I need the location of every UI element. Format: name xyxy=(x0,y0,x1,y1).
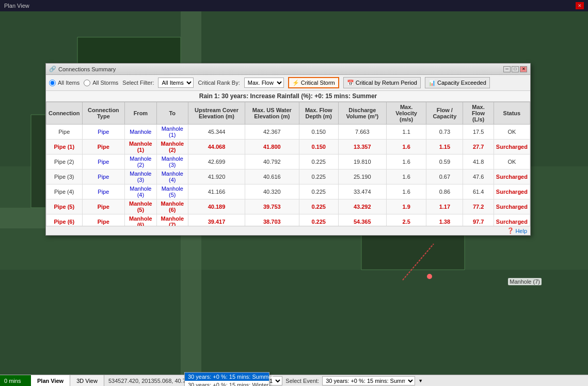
table-row[interactable]: Pipe (3)PipeManhole (3)Manhole (4)41.920… xyxy=(46,169,530,184)
table-cell: 54.365 xyxy=(338,214,386,226)
col-discharge-vol: Discharge Volume (m³) xyxy=(338,102,386,125)
col-us-cover: Upstream Cover Elevation (m) xyxy=(188,102,245,125)
table-cell: 1.17 xyxy=(426,199,463,214)
table-cell: Pipe xyxy=(82,125,125,140)
table-cell: 0.225 xyxy=(299,214,338,226)
col-max-flow-depth: Max. Flow Depth (m) xyxy=(299,102,338,125)
critical-storm-button[interactable]: ⚡ Critical Storm xyxy=(288,77,339,88)
table-cell: 25.190 xyxy=(338,169,386,184)
col-to: To xyxy=(156,102,188,125)
col-max-flow: Max. Flow (L/s) xyxy=(463,102,494,125)
table-row[interactable]: PipePipeManholeManhole (1)45.34442.3670.… xyxy=(46,125,530,140)
toolbar: All Items All Storms Select Filter: All … xyxy=(46,75,530,91)
svg-point-11 xyxy=(427,274,432,279)
critical-return-period-button[interactable]: 📅 Critical by Return Period xyxy=(343,77,421,88)
chart-icon: 📊 xyxy=(428,80,436,86)
table-cell: OK xyxy=(494,155,530,169)
conn-window-title: Connections Summary xyxy=(58,66,116,72)
title-bar: Plan View ✕ xyxy=(0,0,588,11)
capacity-exceeded-button[interactable]: 📊 Capacity Exceeded xyxy=(425,77,490,88)
conn-titlebar-left: 🔗 Connections Summary xyxy=(49,66,116,72)
table-cell: 97.7 xyxy=(463,214,494,226)
table-cell: Manhole (6) xyxy=(125,214,156,226)
table-cell: 17.5 xyxy=(463,125,494,140)
table-cell: Surcharged xyxy=(494,140,530,155)
col-status: Status xyxy=(494,102,530,125)
table-cell: Pipe xyxy=(46,125,83,140)
close-window-button[interactable]: ✕ xyxy=(576,2,584,9)
calendar-icon: 📅 xyxy=(347,80,354,86)
plan-view-tab[interactable]: Plan View xyxy=(31,375,70,386)
table-cell: Surcharged xyxy=(494,214,530,226)
table-row[interactable]: Pipe (6)PipeManhole (6)Manhole (7)39.417… xyxy=(46,214,530,226)
table-cell: 7.663 xyxy=(338,125,386,140)
table-cell: 40.792 xyxy=(245,155,299,169)
table-cell: Manhole (4) xyxy=(125,184,156,199)
table-row[interactable]: Pipe (2)PipeManhole (2)Manhole (3)42.699… xyxy=(46,155,530,169)
all-storms-radio[interactable] xyxy=(84,80,90,86)
table-cell: 2.5 xyxy=(386,214,426,226)
close-conn-button[interactable]: ✕ xyxy=(520,66,527,72)
table-cell: Manhole (4) xyxy=(156,169,188,184)
table-row[interactable]: Pipe (1)PipeManhole (1)Manhole (2)44.068… xyxy=(46,140,530,155)
table-cell: Manhole (1) xyxy=(125,140,156,155)
table-cell: 38.703 xyxy=(245,214,299,226)
table-cell: 0.59 xyxy=(426,155,463,169)
table-cell: 1.9 xyxy=(386,199,426,214)
3d-view-tab[interactable]: 3D View xyxy=(70,375,104,386)
table-cell: 41.800 xyxy=(245,140,299,155)
table-cell: 41.920 xyxy=(188,169,245,184)
table-cell: Surcharged xyxy=(494,184,530,199)
table-cell: 1.6 xyxy=(386,169,426,184)
col-connection: Connection xyxy=(46,102,83,125)
col-flow-cap: Flow / Capacity xyxy=(426,102,463,125)
table-cell: 40.320 xyxy=(245,184,299,199)
maximize-button[interactable]: □ xyxy=(512,66,519,72)
table-cell: 0.73 xyxy=(426,125,463,140)
table-cell: 42.699 xyxy=(188,155,245,169)
all-items-radio[interactable] xyxy=(49,80,56,86)
all-storms-radio-group[interactable]: All Storms xyxy=(84,80,118,86)
table-cell: 44.068 xyxy=(188,140,245,155)
dropdown-item[interactable]: 30 years: +0 %: 15 mins: Winter xyxy=(185,381,269,386)
event-select[interactable]: 30 years: +0 %: 15 mins: Summer xyxy=(322,376,415,385)
minimize-button[interactable]: ─ xyxy=(503,66,511,72)
table-row[interactable]: Pipe (4)PipeManhole (4)Manhole (5)41.166… xyxy=(46,184,530,199)
table-cell: 0.67 xyxy=(426,169,463,184)
table-row[interactable]: Pipe (5)PipeManhole (5)Manhole (6)40.189… xyxy=(46,199,530,214)
table-cell: 19.810 xyxy=(338,155,386,169)
all-items-radio-group[interactable]: All Items xyxy=(49,80,80,86)
table-cell: Pipe xyxy=(82,140,125,155)
table-cell: 33.474 xyxy=(338,184,386,199)
table-cell: Manhole (1) xyxy=(156,125,188,140)
table-cell: Pipe (5) xyxy=(46,199,83,214)
table-cell: 1.6 xyxy=(386,140,426,155)
help-label: Help xyxy=(515,228,527,234)
table-cell: 77.2 xyxy=(463,199,494,214)
help-link[interactable]: ❓ Help xyxy=(507,227,527,234)
select-filter-dropdown[interactable]: All Items xyxy=(158,78,194,88)
table-cell: 39.753 xyxy=(245,199,299,214)
table-cell: 0.225 xyxy=(299,199,338,214)
critical-rank-dropdown[interactable]: Max. Flow xyxy=(244,78,284,88)
table-header: Connection Connection Type From To Upstr… xyxy=(46,102,530,125)
table-cell: Pipe (1) xyxy=(46,140,83,155)
conn-window-icon: 🔗 xyxy=(49,66,56,72)
table-cell: Manhole (3) xyxy=(156,155,188,169)
all-items-label: All Items xyxy=(58,80,80,86)
select-filter-label: Select Filter: xyxy=(122,80,154,86)
event-dropdown-overlay[interactable]: 30 years: +0 %: 15 mins: Summer30 years:… xyxy=(184,372,269,386)
table-cell: 1.6 xyxy=(386,184,426,199)
col-max-us-water: Max. US Water Elevation (m) xyxy=(245,102,299,125)
table-cell: Manhole (7) xyxy=(156,214,188,226)
view-tabs[interactable]: Plan View 3D View xyxy=(31,375,104,386)
table-cell: Pipe xyxy=(82,169,125,184)
table-cell: 47.6 xyxy=(463,169,494,184)
dropdown-item[interactable]: 30 years: +0 %: 15 mins: Summer xyxy=(185,373,269,381)
table-cell: 39.417 xyxy=(188,214,245,226)
conn-titlebar-controls[interactable]: ─ □ ✕ xyxy=(503,66,527,72)
table-cell: 45.344 xyxy=(188,125,245,140)
help-icon: ❓ xyxy=(507,227,514,234)
table-cell: 0.150 xyxy=(299,125,338,140)
title-bar-controls[interactable]: ✕ xyxy=(576,2,584,9)
